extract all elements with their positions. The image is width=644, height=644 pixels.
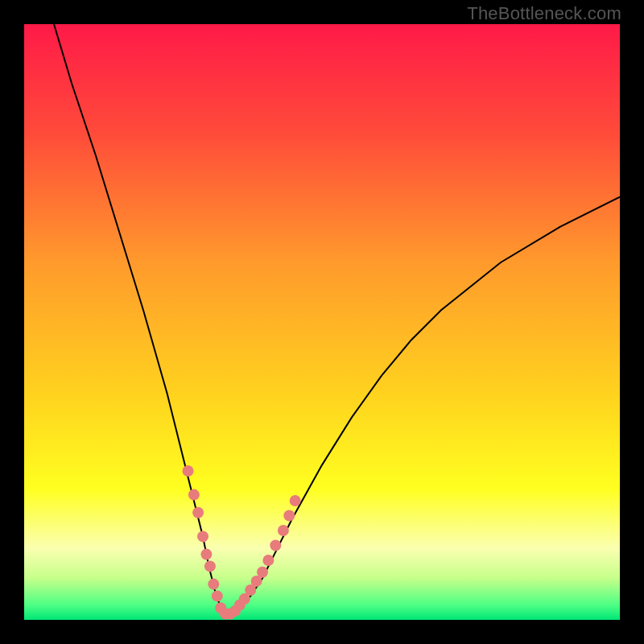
curve-marker <box>208 579 219 590</box>
curve-marker <box>270 540 281 551</box>
plot-area <box>24 24 620 620</box>
watermark-text: TheBottleneck.com <box>467 3 621 24</box>
curve-marker <box>283 510 295 522</box>
curve-marker <box>200 549 212 560</box>
curve-marker <box>192 507 204 518</box>
chart-frame: TheBottleneck.com <box>0 0 644 644</box>
curve-marker <box>204 560 216 572</box>
curve-marker <box>188 489 200 501</box>
curve-marker <box>183 465 194 477</box>
marker-group <box>183 465 301 620</box>
bottleneck-curve <box>54 24 620 614</box>
curve-marker <box>262 555 274 566</box>
curve-marker <box>278 525 289 536</box>
curve-marker <box>212 590 223 601</box>
curve-marker <box>290 495 301 506</box>
curve-marker <box>257 567 268 578</box>
curve-layer <box>24 24 620 620</box>
curve-marker <box>197 530 208 542</box>
